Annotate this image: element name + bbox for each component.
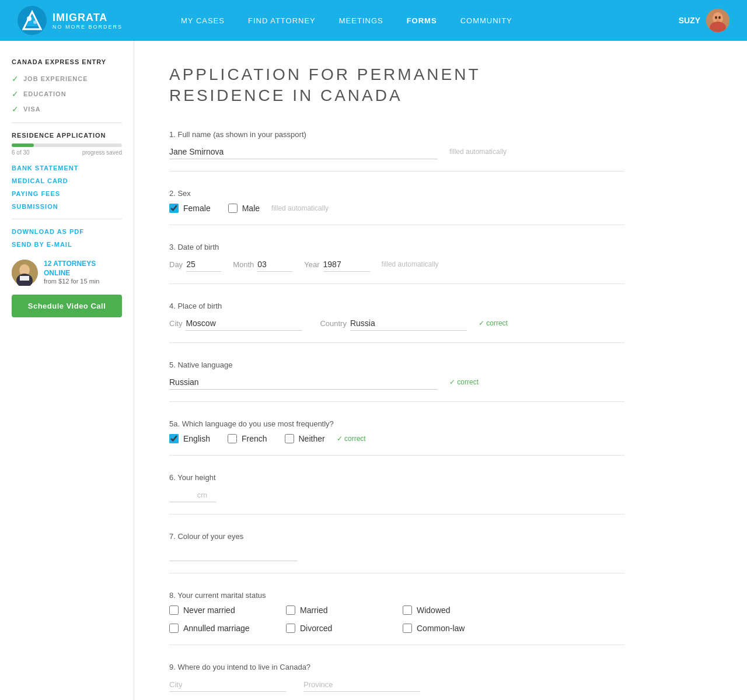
q8-widowed-option[interactable]: Widowed bbox=[403, 606, 508, 615]
q1-fullname-input[interactable] bbox=[169, 145, 438, 159]
q5a-label: 5a. Which language do you use most frequ… bbox=[169, 419, 624, 428]
q5-label: 5. Native language bbox=[169, 360, 624, 369]
q2-female-label: Female bbox=[183, 204, 211, 213]
sidebar-download-pdf[interactable]: DOWNLOAD AS PDF bbox=[12, 228, 122, 235]
logo[interactable]: IMIGRATA NO MORE BORDERS bbox=[18, 6, 152, 35]
q8-annulled-checkbox[interactable] bbox=[169, 624, 179, 633]
sidebar-item-education[interactable]: ✓ EDUCATION bbox=[12, 89, 122, 99]
q9-city-input[interactable] bbox=[169, 677, 286, 692]
q8-common-law-label: Common-law bbox=[417, 624, 465, 633]
q2-male-checkbox[interactable] bbox=[228, 204, 238, 213]
q4-field-row: City Country ✓ correct bbox=[169, 316, 624, 331]
user-name: SUZY bbox=[679, 16, 700, 25]
q8-widowed-label: Widowed bbox=[417, 606, 451, 615]
dob-day-prefix: Day bbox=[169, 260, 183, 269]
sidebar-label-visa: VISA bbox=[23, 106, 41, 113]
progress-info: 6 of 30 progress saved bbox=[12, 149, 122, 156]
q8-married-checkbox[interactable] bbox=[286, 606, 295, 615]
page-layout: CANADA EXPRESS ENTRY ✓ JOB EXPERIENCE ✓ … bbox=[0, 41, 747, 700]
avatar bbox=[706, 9, 729, 32]
logo-title: IMIGRATA bbox=[53, 12, 123, 24]
svg-point-8 bbox=[715, 16, 717, 19]
sidebar-item-job-experience[interactable]: ✓ JOB EXPERIENCE bbox=[12, 74, 122, 83]
q9-province-input[interactable] bbox=[303, 677, 420, 692]
q5-field-row: ✓ correct bbox=[169, 375, 624, 390]
nav-community[interactable]: COMMUNITY bbox=[460, 16, 512, 25]
q5a-neither-option[interactable]: Neither bbox=[285, 434, 325, 443]
q8-never-married-checkbox[interactable] bbox=[169, 606, 179, 615]
q8-divorced-option[interactable]: Divorced bbox=[286, 624, 391, 633]
q3-label: 3. Date of birth bbox=[169, 243, 624, 251]
sidebar-link-bank[interactable]: BANK STATEMENT bbox=[12, 164, 122, 172]
q2-field-row: Female Male filled automatically bbox=[169, 204, 624, 213]
q8-divorced-checkbox[interactable] bbox=[286, 624, 295, 633]
svg-point-10 bbox=[716, 19, 720, 22]
attorney-price: from $12 for 15 min bbox=[44, 278, 99, 285]
sidebar-link-fees[interactable]: PAYING FEES bbox=[12, 190, 122, 197]
q5a-neither-label: Neither bbox=[299, 434, 325, 443]
main-nav: MY CASES FIND ATTORNEY MEETINGS FORMS CO… bbox=[152, 16, 679, 25]
attorney-avatar bbox=[12, 260, 38, 286]
q2-female-option[interactable]: Female bbox=[169, 204, 211, 213]
sidebar-send-email[interactable]: SEND BY E-MAIL bbox=[12, 241, 122, 248]
q5a-french-checkbox[interactable] bbox=[228, 434, 237, 443]
sidebar: CANADA EXPRESS ENTRY ✓ JOB EXPERIENCE ✓ … bbox=[0, 41, 134, 700]
dob-year-field: Year bbox=[304, 257, 369, 272]
dob-day-input[interactable] bbox=[186, 257, 221, 272]
q5a-english-checkbox[interactable] bbox=[169, 434, 179, 443]
q7-eye-color-input[interactable] bbox=[169, 547, 298, 561]
sidebar-divider-1 bbox=[12, 123, 122, 123]
q4-country-input[interactable] bbox=[350, 316, 467, 331]
question-2: 2. Sex Female Male filled automatically bbox=[169, 189, 624, 225]
sidebar-link-medical[interactable]: MEDICAL CARD bbox=[12, 177, 122, 184]
q4-country-prefix: Country bbox=[320, 319, 347, 328]
q8-never-married-option[interactable]: Never married bbox=[169, 606, 274, 615]
q8-common-law-checkbox[interactable] bbox=[403, 624, 412, 633]
nav-find-attorney[interactable]: FIND ATTORNEY bbox=[248, 16, 316, 25]
q5a-english-option[interactable]: English bbox=[169, 434, 210, 443]
sidebar-link-submission[interactable]: SUBMISSION bbox=[12, 203, 122, 210]
question-7: 7. Colour of your eyes bbox=[169, 532, 624, 573]
q2-female-checkbox[interactable] bbox=[169, 204, 179, 213]
q2-male-label: Male bbox=[242, 204, 260, 213]
question-5a: 5a. Which language do you use most frequ… bbox=[169, 419, 624, 456]
q8-widowed-checkbox[interactable] bbox=[403, 606, 412, 615]
q5-divider bbox=[169, 401, 624, 402]
dob-month-field: Month bbox=[233, 257, 292, 272]
dob-month-input[interactable] bbox=[257, 257, 292, 272]
q6-field-row bbox=[169, 488, 624, 502]
q9-label: 9. Where do you intend to live in Canada… bbox=[169, 663, 624, 671]
q5a-french-option[interactable]: French bbox=[228, 434, 267, 443]
q5a-correct-check-icon: ✓ bbox=[337, 435, 343, 443]
dob-year-input[interactable] bbox=[323, 257, 370, 272]
question-5: 5. Native language ✓ correct bbox=[169, 360, 624, 402]
q2-male-option[interactable]: Male bbox=[228, 204, 260, 213]
q8-married-label: Married bbox=[300, 606, 327, 615]
q8-common-law-option[interactable]: Common-law bbox=[403, 624, 508, 633]
q5-correct-check-icon: ✓ bbox=[449, 378, 455, 386]
q8-married-option[interactable]: Married bbox=[286, 606, 391, 615]
nav-meetings[interactable]: MEETINGS bbox=[339, 16, 383, 25]
q1-auto-label: filled automatically bbox=[449, 148, 507, 156]
svg-point-9 bbox=[718, 16, 721, 19]
q8-divorced-label: Divorced bbox=[300, 624, 332, 633]
q8-annulled-option[interactable]: Annulled marriage bbox=[169, 624, 274, 633]
progress-label: RESIDENCE APPLICATION bbox=[12, 132, 122, 139]
schedule-video-call-button[interactable]: Schedule Video Call bbox=[12, 295, 122, 317]
q5-language-input[interactable] bbox=[169, 375, 438, 390]
question-9: 9. Where do you intend to live in Canada… bbox=[169, 663, 624, 700]
q5a-correct-text: correct bbox=[344, 435, 366, 443]
q6-height-input[interactable] bbox=[169, 488, 216, 502]
nav-forms[interactable]: FORMS bbox=[407, 16, 437, 25]
q3-auto-label: filled automatically bbox=[382, 260, 439, 268]
q4-city-input[interactable] bbox=[186, 316, 302, 331]
question-6: 6. Your height bbox=[169, 473, 624, 514]
sidebar-item-visa[interactable]: ✓ VISA bbox=[12, 104, 122, 114]
q1-label: 1. Full name (as shown in your passport) bbox=[169, 130, 624, 139]
user-menu[interactable]: SUZY bbox=[679, 9, 729, 32]
page-title: APPLICATION FOR PERMANENTRESIDENCE IN CA… bbox=[169, 64, 624, 107]
q5a-neither-checkbox[interactable] bbox=[285, 434, 294, 443]
q8-annulled-label: Annulled marriage bbox=[183, 624, 250, 633]
nav-my-cases[interactable]: MY CASES bbox=[181, 16, 225, 25]
question-4: 4. Place of birth City Country ✓ correct bbox=[169, 302, 624, 343]
